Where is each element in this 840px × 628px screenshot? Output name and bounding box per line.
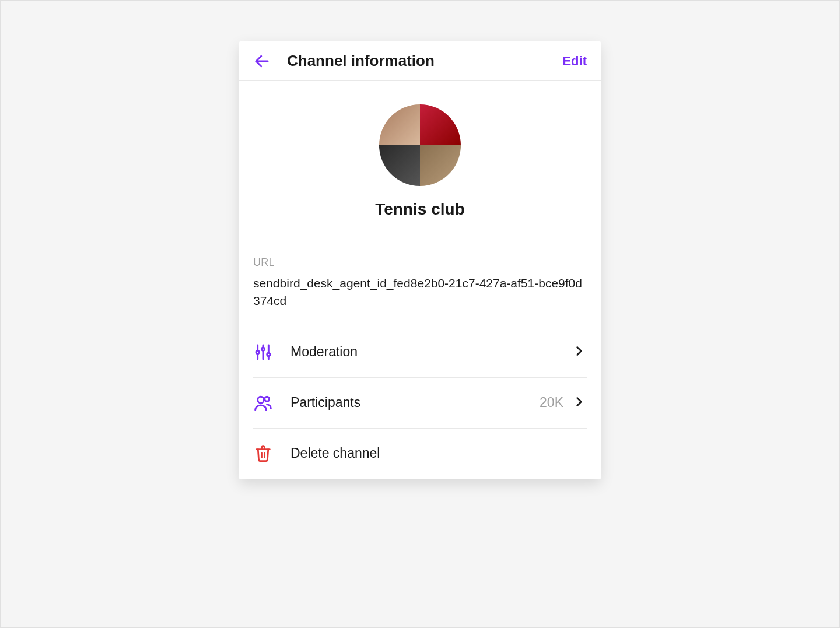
page-title: Channel information <box>287 52 562 70</box>
svg-point-10 <box>258 397 264 403</box>
avatar-quadrant <box>420 104 461 145</box>
row-label: Participants <box>290 395 540 411</box>
avatar-quadrant <box>420 145 461 186</box>
channel-info-panel: Channel information Edit Tennis club URL… <box>239 41 601 479</box>
delete-channel-row[interactable]: Delete channel <box>239 429 601 479</box>
channel-profile: Tennis club <box>239 81 601 240</box>
participants-row[interactable]: Participants 20K <box>239 378 601 428</box>
trash-icon <box>253 444 273 464</box>
svg-point-3 <box>256 350 259 353</box>
svg-point-6 <box>261 348 264 350</box>
svg-point-11 <box>265 397 270 401</box>
svg-point-9 <box>267 353 270 356</box>
url-value: sendbird_desk_agent_id_fed8e2b0-21c7-427… <box>253 275 587 310</box>
row-label: Moderation <box>290 344 572 360</box>
avatar-group <box>379 104 461 186</box>
people-icon <box>253 393 273 413</box>
header-bar: Channel information Edit <box>239 41 601 81</box>
channel-name: Tennis club <box>375 200 465 219</box>
chevron-right-icon <box>572 343 587 361</box>
participants-count: 20K <box>540 395 564 411</box>
chevron-right-icon <box>572 394 587 412</box>
back-button[interactable] <box>253 52 271 70</box>
edit-button[interactable]: Edit <box>562 54 587 69</box>
avatar-quadrant <box>379 145 420 186</box>
url-section: URL sendbird_desk_agent_id_fed8e2b0-21c7… <box>239 240 601 327</box>
arrow-left-icon <box>253 52 271 70</box>
avatar-quadrant <box>379 104 420 145</box>
row-label: Delete channel <box>290 445 587 461</box>
divider <box>253 479 587 479</box>
moderation-row[interactable]: Moderation <box>239 327 601 377</box>
sliders-icon <box>253 342 273 362</box>
url-label: URL <box>253 257 587 269</box>
